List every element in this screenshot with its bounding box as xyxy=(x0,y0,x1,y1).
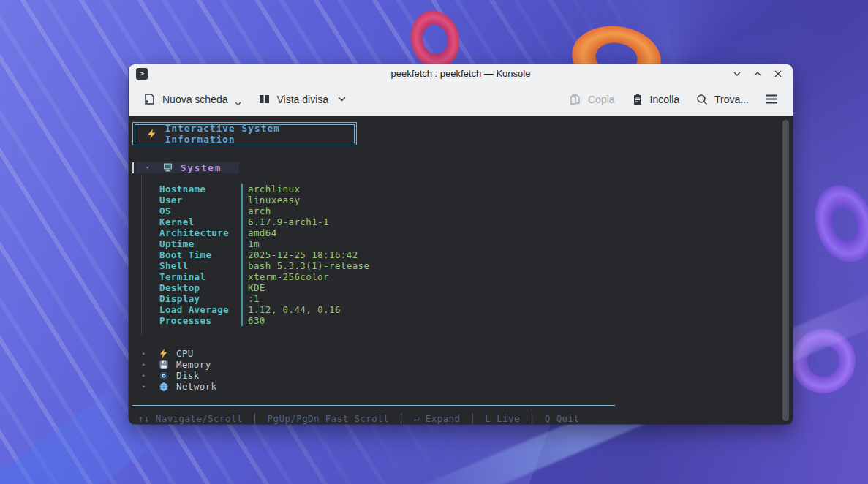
hamburger-menu-icon xyxy=(765,94,779,105)
field-row: Processes630 xyxy=(159,315,369,326)
field-row: OSarch xyxy=(159,205,369,216)
hint-live: L Live xyxy=(485,413,520,424)
section-disk-label: Disk xyxy=(176,370,200,381)
paste-icon xyxy=(631,93,644,106)
field-row: Shellbash 5.3.3(1)-release xyxy=(159,260,369,271)
paste-button[interactable]: Incolla xyxy=(626,89,684,110)
toolbar: Nuova scheda Vista divisa Copia xyxy=(129,83,793,116)
close-button[interactable] xyxy=(774,69,782,78)
paste-label: Incolla xyxy=(650,94,679,105)
collapsed-triangle-icon: ▸ xyxy=(142,381,159,392)
optical-disc-icon xyxy=(159,371,169,380)
scrollbar[interactable] xyxy=(782,120,789,421)
lightning-icon xyxy=(159,349,169,358)
new-tab-icon xyxy=(143,92,156,106)
field-row: Uptime1m xyxy=(159,238,369,249)
section-cpu[interactable]: ▸ CPU xyxy=(142,348,216,359)
chevron-down-icon xyxy=(338,97,346,102)
floppy-disk-icon xyxy=(159,360,169,369)
collapsed-triangle-icon: ▸ xyxy=(142,359,159,370)
hint-quit: Q Quit xyxy=(545,413,580,424)
collapsed-triangle-icon: ▸ xyxy=(142,348,159,359)
find-label: Trova... xyxy=(714,94,749,105)
field-row: Architectureamd64 xyxy=(159,227,369,238)
expanded-triangle-icon: ▾ xyxy=(146,162,163,173)
wallpaper-purple-ring-right xyxy=(805,178,868,271)
tui-header-box: Interactive System Information xyxy=(132,122,357,145)
collapsed-triangle-icon: ▸ xyxy=(142,370,159,381)
split-view-icon xyxy=(257,92,271,106)
section-cpu-label: CPU xyxy=(176,348,194,359)
titlebar[interactable]: > peekfetch : peekfetch — Konsole xyxy=(129,64,793,83)
search-icon xyxy=(695,93,709,106)
chevron-down-icon xyxy=(235,102,241,106)
hint-navigate: ↑↓ Navigate/Scroll xyxy=(138,413,243,424)
split-view-button[interactable]: Vista divisa xyxy=(252,88,352,110)
section-disk[interactable]: ▸ Disk xyxy=(142,370,216,381)
globe-icon xyxy=(159,382,169,391)
copy-button[interactable]: Copia xyxy=(564,89,620,110)
new-tab-button[interactable]: Nuova scheda xyxy=(137,88,246,110)
field-row: Userlinuxeasy xyxy=(159,194,369,205)
window-title: peekfetch : peekfetch — Konsole xyxy=(129,68,793,79)
section-system-label: System xyxy=(181,162,222,173)
footer-divider xyxy=(132,405,615,406)
copy-icon xyxy=(569,93,582,106)
wallpaper-purple-ring-bottom xyxy=(780,318,867,404)
maximize-button[interactable] xyxy=(753,69,762,78)
tui-footer: ↑↓ Navigate/Scroll│PgUp/PgDn Fast Scroll… xyxy=(138,413,579,424)
tui-title: Interactive System Information xyxy=(165,123,354,145)
field-row: Hostnamearchlinux xyxy=(159,184,369,194)
indent-guide xyxy=(141,175,142,335)
field-row: Load Average1.12, 0.44, 0.16 xyxy=(159,304,369,315)
section-network[interactable]: ▸ Network xyxy=(142,381,216,392)
section-memory-label: Memory xyxy=(176,359,211,370)
field-row: Kernel6.17.9-arch1-1 xyxy=(159,216,369,227)
section-memory[interactable]: ▸ Memory xyxy=(142,359,216,370)
konsole-window: > peekfetch : peekfetch — Konsole Nuova … xyxy=(129,64,793,424)
menu-button[interactable] xyxy=(760,90,784,108)
system-fields: Hostnamearchlinux Userlinuxeasy OSarch K… xyxy=(159,184,369,326)
field-row: DesktopKDE xyxy=(159,282,369,293)
section-system[interactable]: ▾ System xyxy=(132,162,239,173)
field-row: Display:1 xyxy=(159,293,369,304)
section-network-label: Network xyxy=(176,381,216,392)
field-row: Terminalxterm-256color xyxy=(159,271,369,282)
selection-bar xyxy=(132,162,134,173)
monitor-icon xyxy=(163,163,173,172)
chevron-down-icon xyxy=(733,69,741,78)
close-icon xyxy=(774,69,782,78)
collapsed-sections: ▸ CPU ▸ Memory ▸ xyxy=(142,348,216,392)
copy-label: Copia xyxy=(588,94,615,105)
wallpaper-red-ring xyxy=(404,5,465,74)
lightning-icon xyxy=(148,129,156,139)
chevron-up-icon xyxy=(753,69,762,78)
minimize-button[interactable] xyxy=(733,69,741,78)
split-view-label: Vista divisa xyxy=(277,94,329,105)
terminal-view[interactable]: Interactive System Information ▾ System xyxy=(129,116,793,424)
new-tab-label: Nuova scheda xyxy=(162,94,228,105)
field-row: Boot Time2025-12-25 18:16:42 xyxy=(159,249,369,260)
hint-fast-scroll: PgUp/PgDn Fast Scroll xyxy=(268,413,389,424)
hint-expand: ↵ Expand xyxy=(414,413,460,424)
find-button[interactable]: Trova... xyxy=(690,89,754,110)
